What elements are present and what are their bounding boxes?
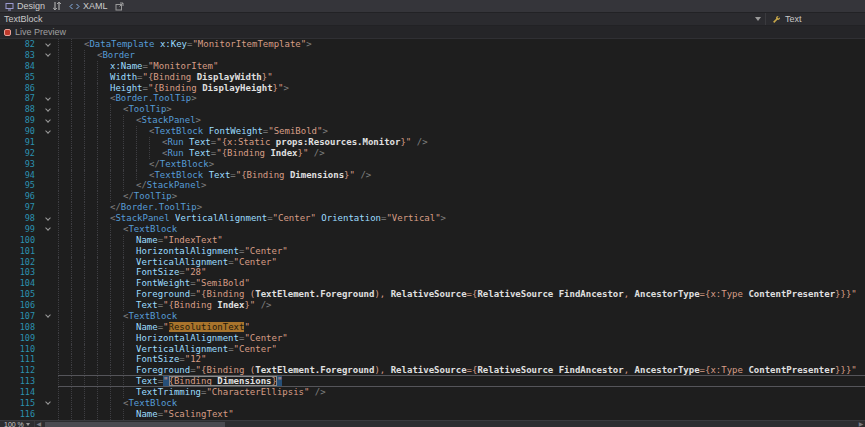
indent-guide	[71, 83, 84, 94]
code-line[interactable]: 101HorizontalAlignment="Center"	[0, 246, 865, 257]
indent-guide	[71, 398, 84, 409]
code-line[interactable]: 105Foreground="{Binding (TextElement.For…	[0, 289, 865, 300]
code-line[interactable]: 99<TextBlock	[0, 224, 865, 235]
code-line[interactable]: 114TextTrimming="CharacterEllipsis" />	[0, 387, 865, 398]
code-token: FontSize	[136, 354, 179, 364]
code-line[interactable]: 92<Run Text="{Binding Index}" />	[0, 148, 865, 159]
code-line[interactable]: 85Width="{Binding DisplayWidth}"	[0, 72, 865, 83]
indent-guide	[84, 61, 97, 72]
indent-guide	[58, 235, 71, 246]
indent-guide	[58, 289, 71, 300]
code-line[interactable]: 102VerticalAlignment="Center"	[0, 257, 865, 268]
code-line[interactable]: 98<StackPanel VerticalAlignment="Center"…	[0, 213, 865, 224]
code-line[interactable]: 97</Border.ToolTip>	[0, 202, 865, 213]
code-line[interactable]: 103FontSize="28"	[0, 267, 865, 278]
tab-design[interactable]: Design	[5, 1, 45, 11]
code-token: "{Binding	[163, 300, 217, 310]
code-area[interactable]: 82<DataTemplate x:Key="MonitorItemTempla…	[0, 39, 865, 420]
horizontal-scrollbar-thumb[interactable]	[45, 422, 225, 427]
fold-chevron-icon[interactable]	[40, 398, 58, 409]
indent-guide	[84, 83, 97, 94]
code-token: HorizontalAlignment	[136, 333, 239, 343]
live-preview-label: Live Preview	[15, 27, 66, 37]
code-token: />	[360, 170, 371, 180]
code-line[interactable]: 95</StackPanel>	[0, 180, 865, 191]
fold-spacer	[40, 300, 58, 311]
line-number: 85	[0, 72, 40, 83]
indent-guide	[71, 246, 84, 257]
code-line[interactable]: 83<Border	[0, 50, 865, 61]
code-line[interactable]: 109HorizontalAlignment="Center"	[0, 333, 865, 344]
code-line[interactable]: 115<TextBlock	[0, 398, 865, 409]
code-token: Index	[270, 148, 297, 158]
code-line[interactable]: 107<TextBlock	[0, 311, 865, 322]
code-line[interactable]: 112Foreground="{Binding (TextElement.For…	[0, 365, 865, 376]
fold-chevron-icon[interactable]	[40, 224, 58, 235]
code-token: ,	[624, 289, 635, 299]
code-line[interactable]: 82<DataTemplate x:Key="MonitorItemTempla…	[0, 39, 865, 50]
indent-guide	[97, 202, 110, 213]
code-line[interactable]: 116Name="ScalingText"	[0, 409, 865, 420]
fold-chevron-icon[interactable]	[40, 104, 58, 115]
line-number: 92	[0, 148, 40, 159]
fold-chevron-icon[interactable]	[40, 50, 58, 61]
code-token: "{Binding (	[196, 289, 256, 299]
scroll-right-arrow-icon[interactable]: ▶	[857, 421, 865, 427]
code-token: "	[163, 322, 168, 332]
code-line[interactable]: 88<ToolTip>	[0, 104, 865, 115]
code-line[interactable]: 106Text="{Binding Index}" />	[0, 300, 865, 311]
code-line[interactable]: 96</ToolTip>	[0, 191, 865, 202]
swap-panes-button[interactable]	[52, 1, 62, 11]
line-number: 96	[0, 191, 40, 202]
code-line[interactable]: 111FontSize="12"	[0, 354, 865, 365]
code-line[interactable]: 89<StackPanel>	[0, 115, 865, 126]
indent-guide	[84, 289, 97, 300]
indent-guide	[110, 180, 123, 191]
code-line[interactable]: 93</TextBlock>	[0, 159, 865, 170]
code-line[interactable]: 90<TextBlock FontWeight="SemiBold">	[0, 126, 865, 137]
line-number: 113	[0, 376, 40, 387]
line-number: 105	[0, 289, 40, 300]
indent-guide	[97, 235, 110, 246]
popout-button[interactable]	[115, 2, 124, 11]
indent-guide	[110, 246, 123, 257]
code-line[interactable]: 84x:Name="MonitorItem"	[0, 61, 865, 72]
code-token: TextElement.Foreground	[255, 365, 374, 375]
code-line[interactable]: 87<Border.ToolTip>	[0, 93, 865, 104]
fold-chevron-icon[interactable]	[40, 213, 58, 224]
indent-guide	[71, 257, 84, 268]
tab-xaml[interactable]: XAML	[69, 1, 108, 11]
horizontal-scrollbar[interactable]: ◀ ▶	[35, 421, 865, 427]
code-line[interactable]: 94<TextBlock Text="{Binding Dimensions}"…	[0, 170, 865, 181]
fold-chevron-icon[interactable]	[40, 126, 58, 137]
live-preview-bar[interactable]: Live Preview	[0, 26, 865, 39]
code-token: >	[306, 39, 311, 49]
member-combobox[interactable]: Text	[765, 13, 865, 25]
code-line[interactable]: 86Height="{Binding DisplayHeight}">	[0, 83, 865, 94]
line-number: 107	[0, 311, 40, 322]
code-line[interactable]: 100Name="IndexText"	[0, 235, 865, 246]
element-combobox[interactable]: TextBlock	[0, 13, 765, 25]
fold-chevron-icon[interactable]	[40, 93, 58, 104]
code-token: ,	[624, 365, 635, 375]
line-number: 86	[0, 83, 40, 94]
fold-chevron-icon[interactable]	[40, 311, 58, 322]
scroll-left-arrow-icon[interactable]: ◀	[35, 421, 43, 427]
indent-guide	[123, 333, 136, 344]
indent-guide	[71, 365, 84, 376]
code-line-current[interactable]: 113Text="{Binding Dimensions}"	[0, 376, 865, 387]
indent-guide	[71, 39, 84, 50]
indent-guide	[123, 409, 136, 420]
code-line[interactable]: 110VerticalAlignment="Center"	[0, 344, 865, 355]
code-token: >	[196, 115, 201, 125]
code-line[interactable]: 91<Run Text="{x:Static props:Resources.M…	[0, 137, 865, 148]
zoom-select[interactable]: 100 %	[0, 421, 35, 427]
code-line[interactable]: 108Name="ResolutionText"	[0, 322, 865, 333]
indent-guide	[136, 170, 149, 181]
indent-guide	[58, 376, 71, 387]
indent-guide	[84, 354, 97, 365]
fold-chevron-icon[interactable]	[40, 39, 58, 50]
code-line[interactable]: 104FontWeight="SemiBold"	[0, 278, 865, 289]
fold-chevron-icon[interactable]	[40, 115, 58, 126]
code-text: FontSize="28"	[58, 267, 865, 278]
